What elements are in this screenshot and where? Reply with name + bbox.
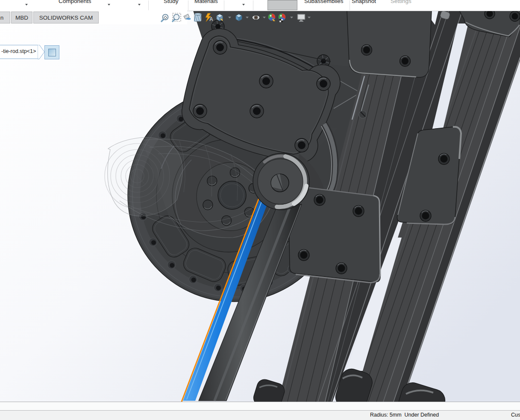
svg-text:A: A <box>209 16 213 22</box>
